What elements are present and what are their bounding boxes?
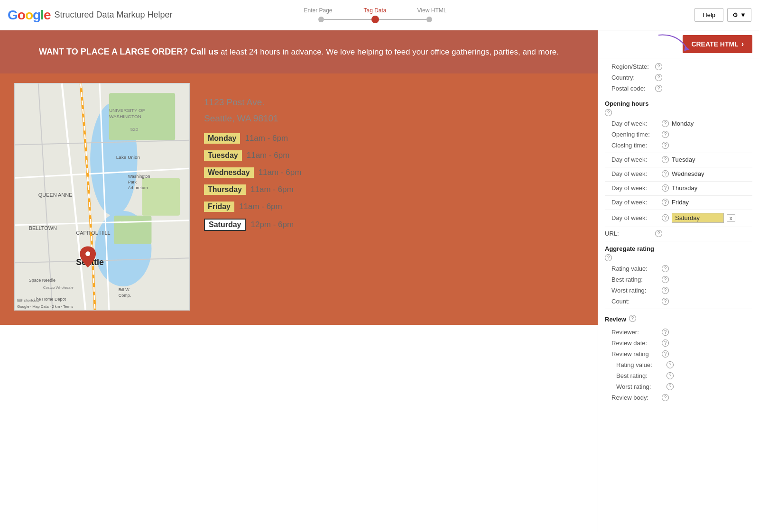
review-worst-rating-label: Worst rating: — [616, 383, 664, 390]
divider-8 — [605, 241, 752, 241]
aggregate-rating-help-row: ? — [605, 254, 752, 261]
field-reviewer: Reviewer: ? — [605, 329, 752, 336]
hours-saturday: Saturday 12pm - 6pm — [204, 219, 583, 231]
day-tuesday-label: Day of week: — [611, 156, 659, 163]
create-html-label: CREATE HTML — [691, 40, 738, 48]
svg-text:QUEEN ANNE: QUEEN ANNE — [38, 192, 73, 198]
step-line-1 — [324, 19, 371, 20]
steps-dots-line — [318, 16, 432, 23]
create-html-bar: CREATE HTML › — [598, 30, 759, 58]
hours-thursday-time: 11am - 6pm — [250, 185, 294, 194]
field-closing-time: Closing time: ? — [605, 142, 752, 149]
hours-monday-time: 11am - 6pm — [245, 134, 288, 143]
step-label-tag-data: Tag Data — [347, 7, 404, 14]
step-dot-view — [426, 17, 432, 22]
review-worst-rating-help-icon[interactable]: ? — [666, 383, 674, 390]
review-date-help-icon[interactable]: ? — [662, 339, 669, 347]
day-thursday-label: Day of week: — [611, 184, 659, 192]
field-review-body: Review body: ? — [605, 394, 752, 401]
map-info: 1123 Post Ave. Seattle, WA 98101 Monday … — [204, 83, 583, 311]
day-saturday-help-icon[interactable]: ? — [662, 214, 669, 221]
country-help-icon[interactable]: ? — [655, 74, 662, 81]
review-rating-value-label: Rating value: — [616, 361, 664, 368]
day-monday-help-icon[interactable]: ? — [662, 120, 669, 127]
day-thursday-help-icon[interactable]: ? — [662, 184, 669, 192]
svg-text:Arboretum: Arboretum — [128, 185, 148, 190]
rating-value-label: Rating value: — [611, 265, 659, 272]
svg-text:Space Needle: Space Needle — [29, 278, 56, 283]
page-map-section: QUEEN ANNE CAPITOL HILL BELLTOWN UNIVERS… — [0, 73, 598, 325]
worst-rating-label: Worst rating: — [611, 287, 659, 294]
opening-hours-help-icon[interactable]: ? — [605, 109, 612, 116]
field-review-rating-value: Rating value: ? — [605, 361, 752, 368]
svg-text:WASHINGTON: WASHINGTON — [109, 114, 141, 119]
region-state-help-icon[interactable]: ? — [655, 63, 662, 70]
best-rating-label: Best rating: — [611, 276, 659, 283]
day-wednesday-help-icon[interactable]: ? — [662, 170, 669, 177]
divider-6 — [605, 210, 752, 210]
map-container: QUEEN ANNE CAPITOL HILL BELLTOWN UNIVERS… — [14, 83, 190, 311]
postal-code-help-icon[interactable]: ? — [655, 85, 662, 92]
hours-tuesday: Tuesday 11am - 6pm — [204, 150, 583, 161]
url-help-icon[interactable]: ? — [655, 230, 662, 237]
opening-time-help-icon[interactable]: ? — [662, 131, 669, 138]
review-rating-help-icon[interactable]: ? — [662, 350, 669, 358]
reviewer-label: Reviewer: — [611, 329, 659, 336]
svg-text:UNIVERSITY OF: UNIVERSITY OF — [109, 108, 145, 113]
field-url: URL: ? — [605, 230, 752, 237]
svg-text:Google · Map Data · 2 km · Ter: Google · Map Data · 2 km · Terms — [17, 304, 74, 309]
review-title-row: Review ? — [605, 312, 752, 325]
help-button[interactable]: Help — [694, 8, 723, 22]
review-help-icon[interactable]: ? — [629, 315, 636, 322]
logo-o2: o — [25, 8, 33, 22]
svg-text:CAPITOL HILL: CAPITOL HILL — [76, 229, 110, 235]
reviewer-help-icon[interactable]: ? — [662, 329, 669, 336]
field-region-state: Region/State: ? — [605, 63, 752, 70]
day-friday-help-icon[interactable]: ? — [662, 199, 669, 206]
day-saturday-remove-button[interactable]: x — [727, 214, 735, 222]
svg-rect-6 — [142, 178, 180, 216]
field-worst-rating: Worst rating: ? — [605, 287, 752, 294]
day-monday-label: Day of week: — [611, 120, 659, 127]
settings-button[interactable]: ⚙ ▼ — [727, 8, 751, 22]
hours-wednesday: Wednesday 11am - 6pm — [204, 167, 583, 178]
aggregate-rating-help-icon[interactable]: ? — [605, 254, 612, 261]
svg-text:520: 520 — [130, 127, 139, 132]
day-friday-label: Day of week: — [611, 199, 659, 206]
day-friday-value: Friday — [672, 199, 689, 206]
closing-time-help-icon[interactable]: ? — [662, 142, 669, 149]
create-html-button[interactable]: CREATE HTML › — [683, 35, 752, 53]
address-line2: Seattle, WA 98101 — [204, 113, 583, 124]
aggregate-rating-title: Aggregate rating — [605, 245, 752, 252]
app-header: Google Structured Data Markup Helper Ent… — [0, 0, 759, 30]
field-country: Country: ? — [605, 74, 752, 81]
banner-rest-text: at least 24 hours in advance. We love he… — [221, 47, 559, 56]
postal-code-label: Postal code: — [605, 85, 652, 92]
rating-value-help-icon[interactable]: ? — [662, 265, 669, 272]
field-best-rating: Best rating: ? — [605, 276, 752, 283]
review-body-help-icon[interactable]: ? — [662, 394, 669, 401]
review-rating-value-help-icon[interactable]: ? — [666, 361, 674, 368]
divider-7 — [605, 227, 752, 227]
chevron-down-icon: ▼ — [740, 11, 746, 18]
review-rating-label: Review rating — [611, 350, 659, 358]
review-best-rating-help-icon[interactable]: ? — [666, 372, 674, 379]
worst-rating-help-icon[interactable]: ? — [662, 287, 669, 294]
logo-l: l — [40, 8, 44, 22]
svg-rect-5 — [114, 216, 152, 244]
banner-bold-text: WANT TO PLACE A LARGE ORDER? Call us — [39, 47, 218, 56]
day-tuesday-help-icon[interactable]: ? — [662, 156, 669, 163]
create-html-arrow-icon: › — [741, 40, 744, 48]
divider-3 — [605, 167, 752, 167]
day-saturday-value: Saturday — [672, 213, 724, 223]
review-title: Review — [605, 316, 626, 323]
steps-labels: Enter Page Tag Data View HTML — [290, 7, 461, 14]
count-help-icon[interactable]: ? — [662, 298, 669, 305]
address-line1: 1123 Post Ave. — [204, 97, 583, 108]
header-actions: Help ⚙ ▼ — [694, 8, 751, 22]
field-review-worst-rating: Worst rating: ? — [605, 383, 752, 390]
best-rating-help-icon[interactable]: ? — [662, 276, 669, 283]
review-body-label: Review body: — [611, 394, 659, 401]
review-best-rating-label: Best rating: — [616, 372, 664, 379]
field-review-best-rating: Best rating: ? — [605, 372, 752, 379]
